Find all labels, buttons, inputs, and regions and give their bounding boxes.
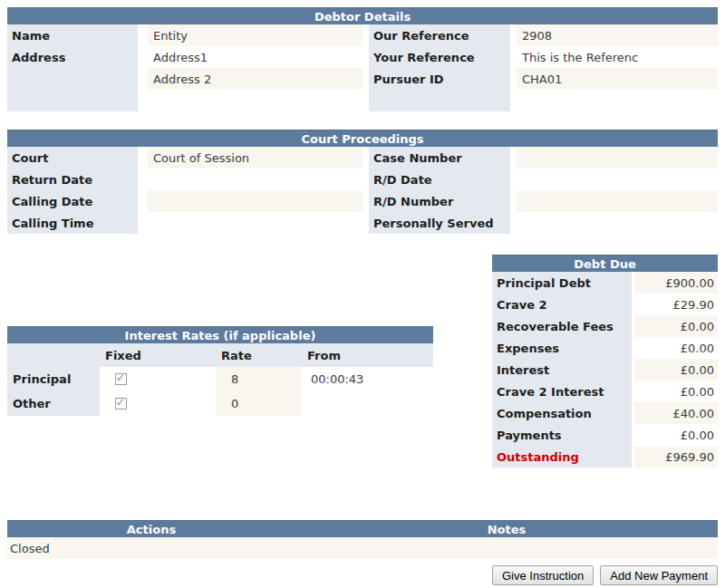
give-instruction-button[interactable]: Give Instruction [492,565,594,585]
empty-value [517,90,718,111]
table-row: Address Address1 Your Reference This is … [7,46,718,68]
table-row: Outstanding £969.90 [492,446,718,468]
gutter [362,46,369,68]
payments-label: Payments [492,424,632,446]
gutter [510,169,517,190]
gutter [138,147,148,169]
table-row: Principal Debt £900.00 [492,272,718,294]
note-value [295,537,718,559]
other-rate-value: 0 [216,391,302,416]
case-number-label: Case Number [369,147,510,169]
table-row: Payments £0.00 [492,424,718,446]
principal-from-value: 00:00:43 [302,367,433,391]
address-line2-value: Address 2 [148,68,362,90]
crave-2-interest-value: £0.00 [634,381,718,402]
compensation-value: £40.00 [634,402,718,424]
case-number-value [517,147,718,169]
court-value: Court of Session [148,147,362,169]
notes-column-header: Notes [295,522,718,537]
gutter [138,169,148,190]
empty-value [148,90,362,111]
payments-value: £0.00 [634,424,718,446]
empty-label [7,90,138,111]
table-row: Court Court of Session Case Number [7,147,718,169]
compensation-label: Compensation [492,402,632,424]
action-value: Closed [7,537,295,559]
table-row: Closed [7,537,718,559]
debtor-details-header: Debtor Details [7,7,718,24]
gutter [138,190,148,212]
interest-rates-table: Interest Rates (if applicable) Fixed Rat… [7,326,433,416]
recoverable-fees-label: Recoverable Fees [492,315,632,337]
gutter [362,212,369,234]
calling-date-label: Calling Date [7,190,138,212]
interest-rates-header: Interest Rates (if applicable) [7,326,433,343]
calling-time-value [148,212,362,234]
gutter [510,68,517,90]
your-reference-label: Your Reference [369,46,510,68]
interest-value: £0.00 [634,359,718,381]
calling-time-label: Calling Time [7,212,138,234]
return-date-value [148,169,362,190]
gutter [138,212,148,234]
your-reference-value: This is the Referenc [517,46,718,68]
rd-date-label: R/D Date [369,169,510,190]
name-value: Entity [148,24,362,46]
table-row: Return Date R/D Date [7,169,718,190]
interest-rates-column-headers: Fixed Rate From [7,343,433,367]
table-row: Calling Time Personally Served [7,212,718,234]
principal-row-label: Principal [7,367,100,391]
personally-served-value [517,212,718,234]
name-label: Name [7,24,138,46]
return-date-label: Return Date [7,169,138,190]
gutter [138,24,148,46]
gutter [362,190,369,212]
crave-2-interest-label: Crave 2 Interest [492,381,632,402]
gutter [510,24,517,46]
crave-2-value: £29.90 [634,294,718,315]
principal-fixed-checkbox[interactable] [115,373,127,385]
address-label-cont [7,68,138,90]
other-from-value [302,391,433,416]
table-row: Other 0 [7,391,433,416]
pursuer-id-value: CHA01 [517,68,718,90]
gutter [138,68,148,90]
table-row: Name Entity Our Reference 2908 [7,24,718,46]
expenses-value: £0.00 [634,337,718,359]
button-bar: Give Instruction Add New Payment [492,565,718,585]
gutter [510,46,517,68]
fixed-column-header: Fixed [100,343,216,367]
empty-column-header [7,343,100,367]
gutter [362,90,369,111]
table-row [7,90,718,111]
gutter [362,24,369,46]
table-row: Crave 2 £29.90 [492,294,718,315]
gutter [362,147,369,169]
other-fixed-checkbox[interactable] [115,398,127,410]
gutter [510,190,517,212]
table-row: Interest £0.00 [492,359,718,381]
table-row: Calling Date R/D Number [7,190,718,212]
debt-due-header: Debt Due [492,255,718,272]
our-reference-label: Our Reference [369,24,510,46]
court-proceedings-table: Court Proceedings Court Court of Session… [7,130,718,234]
expenses-label: Expenses [492,337,632,359]
rd-number-label: R/D Number [369,190,510,212]
principal-rate-value: 8 [216,367,302,391]
table-row: Expenses £0.00 [492,337,718,359]
rd-date-value [517,169,718,190]
pursuer-id-label: Pursuer ID [369,68,510,90]
actions-column-header: Actions [7,522,295,537]
other-row-label: Other [7,391,100,416]
from-column-header: From [302,343,433,367]
add-new-payment-button[interactable]: Add New Payment [600,565,718,585]
rd-number-value [517,190,718,212]
principal-fixed-cell [100,367,216,391]
table-row: Compensation £40.00 [492,402,718,424]
address-label: Address [7,46,138,68]
outstanding-value: £969.90 [634,446,718,468]
outstanding-label: Outstanding [492,446,632,468]
principal-debt-label: Principal Debt [492,272,632,294]
rate-column-header: Rate [216,343,302,367]
court-proceedings-header: Court Proceedings [7,130,718,147]
